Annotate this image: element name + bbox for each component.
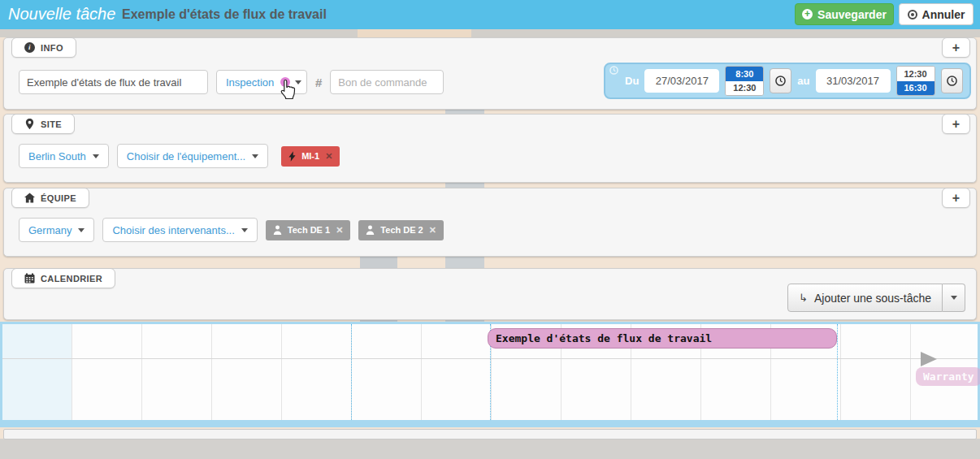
team-section-tab: ÉQUIPE [11,188,89,208]
time-to-stack: 12:30 16:30 [896,66,935,96]
add-subtask-button[interactable]: ↳ Ajouter une sous-tâche [787,284,943,312]
team-section: ÉQUIPE + Germany Choisir des intervenant… [3,188,977,257]
map-background-strip [0,29,980,37]
members-select-placeholder: Choisir des intervenants... [112,224,234,236]
date-range-widget: Du 8:30 12:30 au 12:30 16:30 [604,63,971,99]
info-icon: i [24,42,35,53]
bottom-panel [3,429,977,440]
member-tag-label: Tech DE 2 [380,225,423,235]
page: Nouvelle tâche Exemple d'états de flux d… [0,0,980,459]
task-name-input[interactable] [19,70,208,94]
gantt-grid: Exemple d'états de flux de travail Warra… [2,324,978,420]
time-from-start[interactable]: 8:30 [726,67,763,81]
gantt-first-column [2,324,72,420]
calendar-tab-label: CALENDRIER [41,274,102,284]
milestone-warranty[interactable]: Warranty [916,367,980,386]
hash-symbol: # [315,76,322,89]
equipment-tag: MI-1 ✕ [281,146,340,167]
site-section-tab: SITE [11,114,75,134]
page-bottom-background [0,439,980,459]
chevron-down-icon [78,228,85,232]
equipment-tag-label: MI-1 [301,151,319,161]
team-tab-label: ÉQUIPE [41,193,76,203]
member-tag: Tech DE 1 ✕ [266,220,351,240]
date-from-label: Du [625,75,639,87]
team-add-button[interactable]: + [942,188,970,208]
time-to-start[interactable]: 12:30 [897,67,934,81]
close-icon[interactable]: ✕ [429,225,436,236]
site-tab-label: SITE [41,119,62,129]
date-to-label: au [797,75,809,87]
time-from-clock-button[interactable] [770,68,791,93]
subtask-arrow-icon: ↳ [799,292,808,304]
gantt-frame: Exemple d'états de flux de travail Warra… [0,322,980,427]
calendar-section: CALENDRIER ↳ Ajouter une sous-tâche [3,268,977,320]
members-select[interactable]: Choisir des intervenants... [102,218,257,242]
date-from-input[interactable] [644,69,719,93]
time-from-end[interactable]: 12:30 [726,81,763,96]
save-button-label: Sauvegarder [817,8,887,21]
close-icon[interactable]: ✕ [325,151,332,162]
save-circle-icon: + [802,9,813,19]
info-section-tab: i INFO [11,37,76,58]
home-icon [24,193,35,203]
purchase-order-input[interactable] [330,70,444,94]
site-add-button[interactable]: + [942,114,970,134]
member-tag: Tech DE 2 ✕ [358,220,444,240]
gantt-task-end-line [837,324,838,420]
chevron-down-icon [93,154,99,158]
milestone-arrow-icon [921,352,937,366]
team-select-value: Germany [28,224,72,236]
equipment-select[interactable]: Choisir de l'équipement... [117,144,268,168]
close-icon[interactable]: ✕ [336,225,343,236]
cancel-button-label: Annuler [922,8,965,21]
person-icon [366,225,375,235]
add-subtask-dropdown-button[interactable] [943,284,965,312]
chevron-down-icon [252,154,258,158]
calendar-section-tab: CALENDRIER [11,268,115,288]
map-patch [358,29,471,37]
time-to-end[interactable]: 16:30 [897,81,934,96]
date-to-input[interactable] [816,69,891,93]
clock-icon [775,76,786,86]
calendar-icon [24,273,35,284]
site-section: SITE + Berlin South Choisir de l'équipem… [3,114,977,183]
map-pin-icon [24,119,35,129]
site-select[interactable]: Berlin South [19,144,109,168]
gantt-task-bar[interactable]: Exemple d'états de flux de travail [488,328,837,349]
save-button[interactable]: + Sauvegarder [795,3,894,25]
info-section: i INFO + Inspection # Du [3,37,977,110]
site-select-value: Berlin South [28,150,86,162]
time-to-clock-button[interactable] [941,68,963,93]
page-title: Exemple d'états de flux de travail [122,7,327,22]
team-select[interactable]: Germany [19,218,94,242]
cancel-circle-icon [908,10,917,19]
add-subtask-label: Ajouter une sous-tâche [814,292,931,305]
chevron-down-icon [241,228,248,232]
equipment-select-placeholder: Choisir de l'équipement... [127,150,245,162]
clock-icon [609,66,618,75]
person-icon [273,225,282,235]
info-add-button[interactable]: + [942,37,970,58]
mouse-cursor [279,79,297,100]
info-tab-label: INFO [41,43,63,53]
clock-icon [947,76,957,86]
lightning-icon [288,151,296,162]
gantt-marker-line [351,324,352,420]
member-tag-label: Tech DE 1 [288,225,330,235]
cancel-button[interactable]: Annuler [899,3,973,25]
time-from-stack: 8:30 12:30 [725,66,764,96]
task-type-value: Inspection [226,76,274,89]
chevron-down-icon [951,296,957,300]
page-subtitle: Nouvelle tâche [8,5,115,24]
header-bar: Nouvelle tâche Exemple d'états de flux d… [0,0,980,29]
